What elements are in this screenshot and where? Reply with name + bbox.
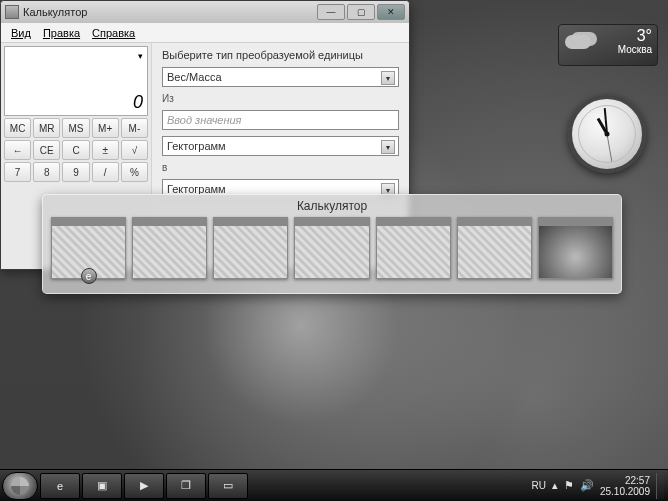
system-tray: RU ▴ ⚑ 🔊 22:57 25.10.2009 — [531, 473, 666, 499]
folder-icon: ▣ — [97, 479, 107, 492]
start-button[interactable] — [2, 472, 38, 500]
key-mc[interactable]: MC — [4, 118, 31, 138]
chevron-down-icon: ▾ — [381, 71, 395, 85]
key-div[interactable]: / — [92, 162, 119, 182]
ie-icon: e — [57, 480, 63, 492]
maximize-button[interactable]: ▢ — [347, 4, 375, 20]
preview-thumb[interactable]: e — [51, 217, 126, 279]
preview-thumb[interactable] — [213, 217, 288, 279]
flag-icon[interactable]: ⚑ — [564, 479, 574, 492]
key-neg[interactable]: ± — [92, 140, 119, 160]
taskbar-explorer[interactable]: ▣ — [82, 473, 122, 499]
key-mplus[interactable]: M+ — [92, 118, 119, 138]
key-9[interactable]: 9 — [62, 162, 89, 182]
from-placeholder: Ввод значения — [167, 114, 242, 126]
from-value-input[interactable]: Ввод значения — [162, 110, 399, 130]
play-icon: ▶ — [140, 479, 148, 492]
memory-row: MC MR MS M+ M- — [4, 118, 148, 138]
titlebar[interactable]: Калькулятор — ▢ ✕ — [1, 1, 409, 23]
preview-thumb[interactable] — [457, 217, 532, 279]
cloud-icon — [565, 35, 591, 49]
key-mminus[interactable]: M- — [121, 118, 148, 138]
menu-edit[interactable]: Правка — [43, 27, 80, 39]
tray-time: 22:57 — [625, 475, 650, 486]
edit-row: ← CE C ± √ — [4, 140, 148, 160]
preview-thumb[interactable] — [132, 217, 207, 279]
volume-icon[interactable]: 🔊 — [580, 479, 594, 492]
taskbar-library[interactable]: ❐ — [166, 473, 206, 499]
tray-clock[interactable]: 22:57 25.10.2009 — [600, 475, 650, 497]
taskbar-folder[interactable]: ▭ — [208, 473, 248, 499]
key-mr[interactable]: MR — [33, 118, 60, 138]
language-indicator[interactable]: RU — [531, 480, 545, 491]
key-pct[interactable]: % — [121, 162, 148, 182]
display-value: 0 — [133, 92, 143, 113]
key-ms[interactable]: MS — [62, 118, 89, 138]
clock-pivot — [605, 132, 610, 137]
from-unit-select[interactable]: Гектограмм ▾ — [162, 136, 399, 156]
hour-hand — [597, 118, 609, 135]
close-button[interactable]: ✕ — [377, 4, 405, 20]
taskbar: e ▣ ▶ ❐ ▭ RU ▴ ⚑ 🔊 22:57 25.10.2009 — [0, 469, 668, 501]
menu-help[interactable]: Справка — [92, 27, 135, 39]
taskbar-media[interactable]: ▶ — [124, 473, 164, 499]
calculator-display: ▾ 0 — [4, 46, 148, 116]
app-icon — [5, 5, 19, 19]
key-8[interactable]: 8 — [33, 162, 60, 182]
preview-title: Калькулятор — [51, 199, 613, 213]
tray-up-icon[interactable]: ▴ — [552, 479, 558, 492]
chevron-down-icon: ▾ — [381, 140, 395, 154]
num-row: 7 8 9 / % — [4, 162, 148, 182]
weather-gadget[interactable]: 3° Москва — [558, 24, 658, 66]
key-c[interactable]: C — [62, 140, 89, 160]
minimize-button[interactable]: — — [317, 4, 345, 20]
menu-view[interactable]: Вид — [11, 27, 31, 39]
history-dropdown-icon[interactable]: ▾ — [138, 51, 143, 61]
windows-orb-icon — [11, 477, 29, 495]
minute-hand — [604, 108, 608, 134]
key-back[interactable]: ← — [4, 140, 31, 160]
category-select[interactable]: Вес/Масса ▾ — [162, 67, 399, 87]
folder-icon: ▭ — [223, 479, 233, 492]
menu-bar: Вид Правка Справка — [1, 23, 409, 43]
key-ce[interactable]: CE — [33, 140, 60, 160]
key-sqrt[interactable]: √ — [121, 140, 148, 160]
ie-icon: e — [81, 268, 97, 284]
converter-prompt: Выберите тип преобразуемой единицы — [162, 49, 399, 61]
preview-thumb[interactable] — [294, 217, 369, 279]
to-label: в — [162, 162, 399, 173]
taskbar-ie[interactable]: e — [40, 473, 80, 499]
from-unit-value: Гектограмм — [167, 140, 226, 152]
clock-gadget[interactable] — [568, 95, 646, 173]
preview-thumb[interactable] — [376, 217, 451, 279]
taskbar-preview-strip: Калькулятор e — [42, 194, 622, 294]
preview-thumb[interactable] — [538, 217, 613, 279]
category-value: Вес/Масса — [167, 71, 222, 83]
window-title: Калькулятор — [23, 6, 87, 18]
key-7[interactable]: 7 — [4, 162, 31, 182]
second-hand — [607, 134, 613, 162]
tray-date: 25.10.2009 — [600, 486, 650, 497]
show-desktop-button[interactable] — [656, 473, 664, 499]
from-label: Из — [162, 93, 399, 104]
library-icon: ❐ — [181, 479, 191, 492]
